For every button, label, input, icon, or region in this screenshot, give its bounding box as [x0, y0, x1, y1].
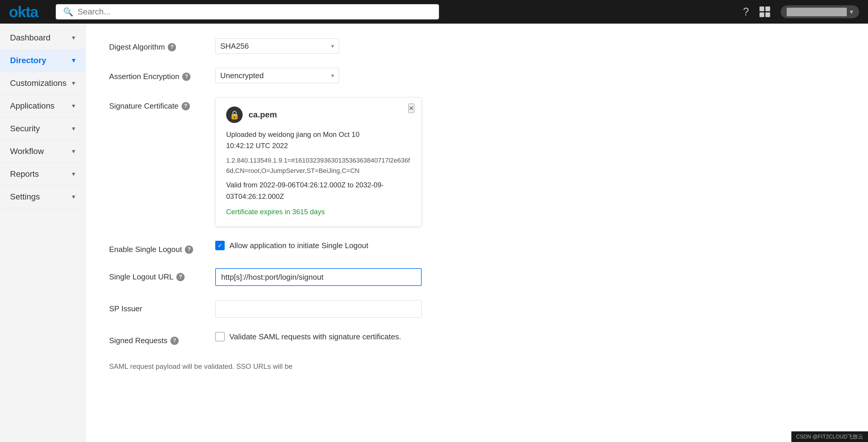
enable-single-logout-row: Enable Single Logout ? ✓ Allow applicati… [109, 241, 844, 254]
sidebar-item-label: Reports [10, 169, 39, 179]
lock-icon: 🔒 [226, 107, 243, 123]
sidebar-item-label: Directory [10, 56, 46, 65]
single-logout-url-help-icon[interactable]: ? [176, 273, 185, 281]
cert-uploaded-time: 10:42:12 UTC 2022 [226, 140, 411, 151]
help-icon[interactable]: ? [743, 6, 749, 18]
single-logout-url-control [215, 268, 844, 286]
sidebar-item-label: Customizations [10, 79, 66, 88]
single-logout-checkbox-row: ✓ Allow application to initiate Single L… [215, 241, 844, 250]
enable-single-logout-label: Enable Single Logout ? [109, 241, 215, 254]
sidebar-item-applications[interactable]: Applications ▾ [0, 95, 85, 117]
sidebar-item-security[interactable]: Security ▾ [0, 117, 85, 140]
cert-expiry[interactable]: Certificate expires in 3615 days [226, 206, 411, 217]
topbar: okta 🔍 ? ████████████ ▾ [0, 0, 868, 24]
search-icon: 🔍 [63, 7, 73, 17]
content-area: Digest Algorithm ? SHA256 ▾ Assertion En… [86, 24, 868, 442]
sidebar-item-directory[interactable]: Directory ▾ [0, 49, 85, 72]
sidebar: Dashboard ▾ Directory ▾ Customizations ▾… [0, 24, 86, 442]
signed-requests-help-icon[interactable]: ? [170, 337, 179, 345]
digest-algorithm-select[interactable]: SHA256 ▾ [215, 38, 339, 54]
cert-header: 🔒 ca.pem [226, 107, 411, 123]
topbar-right: ? ████████████ ▾ [743, 5, 859, 18]
cert-oid: 1.2.840.113549.1.9.1=#161032393630135363… [226, 155, 411, 176]
user-menu[interactable]: ████████████ ▾ [781, 5, 859, 18]
assertion-encryption-label: Assertion Encryption ? [109, 68, 215, 81]
cert-filename: ca.pem [249, 110, 277, 119]
chevron-down-icon: ▾ [331, 72, 334, 79]
signature-certificate-label: Signature Certificate ? [109, 97, 215, 111]
cert-validity: Valid from 2022-09-06T04:26:12.000Z to 2… [226, 179, 411, 202]
sp-issuer-input[interactable] [215, 300, 422, 318]
okta-logo: okta [9, 3, 38, 21]
sidebar-item-label: Settings [10, 192, 40, 202]
sp-issuer-row: SP Issuer [109, 300, 844, 318]
cert-close-button[interactable]: × [408, 104, 414, 113]
signed-requests-row: Signed Requests ? Validate SAML requests… [109, 332, 844, 345]
sidebar-item-label: Applications [10, 101, 55, 111]
certificate-card: × 🔒 ca.pem Uploaded by weidong jiang on … [215, 97, 422, 227]
signed-requests-checkbox-label: Validate SAML requests with signature ce… [229, 332, 401, 342]
sidebar-item-settings[interactable]: Settings ▾ [0, 185, 85, 208]
chevron-down-icon: ▾ [850, 8, 853, 16]
chevron-down-icon: ▾ [72, 79, 75, 87]
sidebar-item-reports[interactable]: Reports ▾ [0, 163, 85, 185]
sidebar-item-label: Workflow [10, 147, 44, 156]
enable-single-logout-help-icon[interactable]: ? [185, 245, 193, 254]
bottom-note: SAML request payload will be validated. … [109, 359, 844, 374]
signed-requests-checkbox-row: Validate SAML requests with signature ce… [215, 332, 844, 342]
signed-requests-control: Validate SAML requests with signature ce… [215, 332, 844, 342]
chevron-down-icon: ▾ [72, 148, 75, 155]
enable-single-logout-control: ✓ Allow application to initiate Single L… [215, 241, 844, 250]
search-input[interactable] [78, 7, 432, 17]
sidebar-item-label: Dashboard [10, 33, 51, 42]
bottom-bar-label: CSDN @FIT2CLOUD飞致云 [796, 434, 863, 440]
digest-algorithm-control: SHA256 ▾ [215, 38, 844, 54]
digest-algorithm-row: Digest Algorithm ? SHA256 ▾ [109, 38, 844, 54]
chevron-down-icon: ▾ [72, 193, 75, 201]
grid-icon[interactable] [760, 6, 770, 17]
chevron-down-icon: ▾ [72, 102, 75, 110]
chevron-down-icon: ▾ [72, 170, 75, 178]
sidebar-item-workflow[interactable]: Workflow ▾ [0, 140, 85, 163]
sp-issuer-control [215, 300, 844, 318]
assertion-encryption-help-icon[interactable]: ? [182, 72, 190, 81]
user-label: ████████████ [786, 8, 847, 16]
single-logout-checkbox[interactable]: ✓ [215, 241, 225, 250]
sidebar-item-dashboard[interactable]: Dashboard ▾ [0, 27, 85, 49]
search-bar[interactable]: 🔍 [56, 4, 439, 20]
sidebar-item-customizations[interactable]: Customizations ▾ [0, 72, 85, 95]
assertion-encryption-control: Unencrypted ▾ [215, 68, 844, 83]
cert-uploaded-by: Uploaded by weidong jiang on Mon Oct 10 [226, 129, 411, 140]
single-logout-url-row: Single Logout URL ? [109, 268, 844, 286]
bottom-bar: CSDN @FIT2CLOUD飞致云 [791, 431, 868, 442]
content-inner: Digest Algorithm ? SHA256 ▾ Assertion En… [86, 24, 868, 442]
assertion-encryption-select[interactable]: Unencrypted ▾ [215, 68, 339, 83]
signature-certificate-row: Signature Certificate ? × 🔒 ca.pem Uploa… [109, 97, 844, 227]
signature-certificate-help-icon[interactable]: ? [182, 102, 190, 110]
sp-issuer-label: SP Issuer [109, 300, 215, 313]
digest-algorithm-help-icon[interactable]: ? [168, 43, 176, 51]
chevron-down-icon: ▾ [72, 57, 75, 64]
assertion-encryption-row: Assertion Encryption ? Unencrypted ▾ [109, 68, 844, 83]
single-logout-url-input[interactable] [215, 268, 422, 286]
chevron-down-icon: ▾ [331, 42, 334, 50]
cert-body: Uploaded by weidong jiang on Mon Oct 10 … [226, 129, 411, 217]
signature-certificate-control: × 🔒 ca.pem Uploaded by weidong jiang on … [215, 97, 844, 227]
single-logout-checkbox-label: Allow application to initiate Single Log… [229, 241, 368, 250]
single-logout-url-label: Single Logout URL ? [109, 268, 215, 282]
signed-requests-label: Signed Requests ? [109, 332, 215, 345]
chevron-down-icon: ▾ [72, 125, 75, 132]
signed-requests-checkbox[interactable] [215, 332, 225, 342]
chevron-down-icon: ▾ [72, 34, 75, 41]
sidebar-item-label: Security [10, 124, 40, 134]
digest-algorithm-label: Digest Algorithm ? [109, 38, 215, 52]
main-layout: Dashboard ▾ Directory ▾ Customizations ▾… [0, 24, 868, 442]
